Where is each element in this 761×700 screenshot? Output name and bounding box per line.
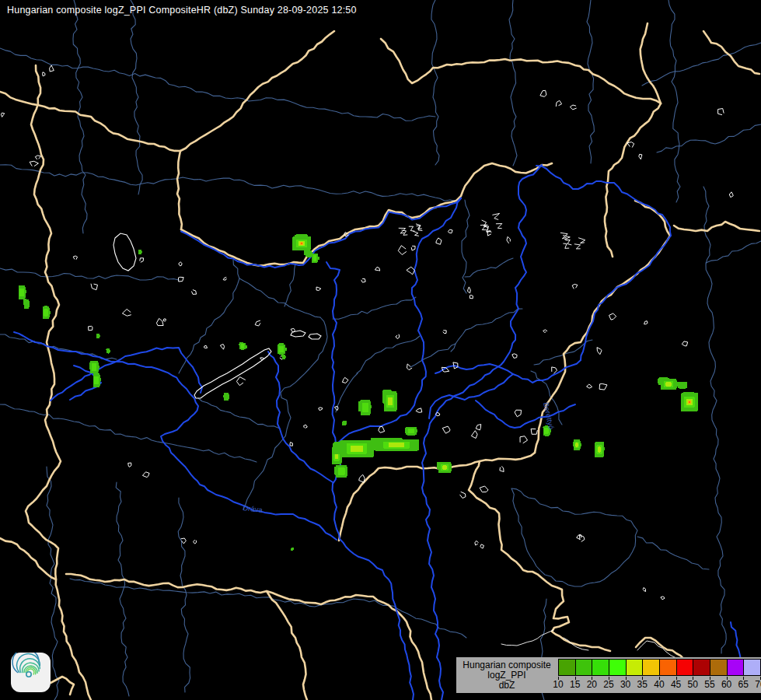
radar-map: BerettyóDráva	[0, 0, 761, 700]
radar-echo	[334, 465, 347, 478]
legend-unit: dbZ	[456, 681, 557, 691]
legend-color-box	[693, 659, 710, 676]
radar-composite-image: BerettyóDráva Hungarian composite logZ_P…	[0, 0, 761, 700]
radar-echo	[342, 421, 347, 425]
radar-echo	[96, 334, 100, 338]
radar-echo	[23, 299, 30, 309]
radar-echo	[106, 348, 110, 354]
legend-color-box	[710, 659, 728, 676]
radar-echo	[382, 390, 397, 411]
legend-color-box	[558, 659, 576, 676]
legend-color-box	[727, 659, 745, 676]
radar-echo	[89, 361, 99, 373]
radar-echo	[595, 442, 605, 457]
radar-echo	[437, 462, 452, 473]
radar-echo	[405, 427, 417, 436]
legend-color-box	[609, 659, 627, 676]
legend-color-box	[659, 659, 677, 676]
radar-echo	[371, 438, 419, 451]
radar-echo	[681, 392, 698, 411]
radar-echo	[658, 377, 676, 390]
legend-color-box	[575, 659, 593, 676]
swirl-center	[26, 672, 31, 677]
radar-echo	[138, 250, 141, 254]
legend-color-box	[592, 659, 609, 676]
dbz-legend: Hungarian composite logZ_PPI dbZ 1015202…	[456, 657, 761, 693]
legend-tick-label: 70	[749, 679, 761, 690]
legend-color-box	[642, 659, 660, 676]
radar-echo	[292, 234, 311, 250]
radar-echo	[223, 393, 229, 401]
legend-color-box	[626, 659, 644, 676]
legend-color-box	[676, 659, 694, 676]
image-title: Hungarian composite logZ_PPI CompositeHR…	[7, 5, 357, 16]
weather-service-logo	[11, 653, 51, 692]
radar-echo	[291, 548, 294, 551]
legend-color-box	[743, 659, 761, 676]
swirl-icon	[11, 653, 51, 692]
